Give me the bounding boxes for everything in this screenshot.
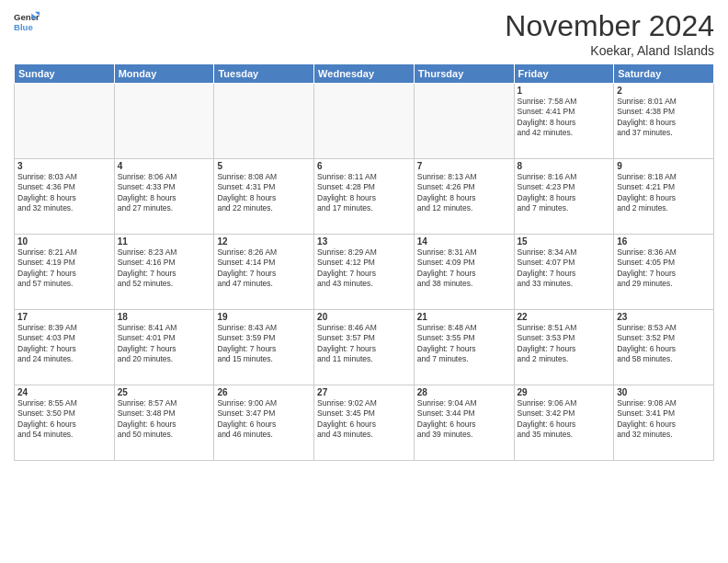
table-row: 11Sunrise: 8:23 AMSunset: 4:16 PMDayligh…: [114, 235, 214, 310]
day-number: 25: [118, 387, 211, 397]
day-info: Sunrise: 8:03 AMSunset: 4:36 PMDaylight:…: [17, 172, 111, 214]
table-row: [114, 84, 214, 159]
table-row: 25Sunrise: 8:57 AMSunset: 3:48 PMDayligh…: [114, 385, 214, 461]
table-row: 17Sunrise: 8:39 AMSunset: 4:03 PMDayligh…: [15, 310, 115, 385]
calendar: Sunday Monday Tuesday Wednesday Thursday…: [14, 63, 714, 461]
table-row: 19Sunrise: 8:43 AMSunset: 3:59 PMDayligh…: [214, 310, 314, 385]
calendar-header-row: Sunday Monday Tuesday Wednesday Thursday…: [15, 64, 714, 84]
day-number: 7: [417, 161, 511, 171]
day-info: Sunrise: 8:11 AMSunset: 4:28 PMDaylight:…: [317, 172, 411, 214]
day-number: 19: [217, 312, 311, 322]
table-row: 3Sunrise: 8:03 AMSunset: 4:36 PMDaylight…: [15, 159, 115, 235]
day-number: 24: [17, 387, 111, 397]
header: General Blue November 2024 Koekar, Aland…: [14, 9, 714, 58]
table-row: 4Sunrise: 8:06 AMSunset: 4:33 PMDaylight…: [114, 159, 214, 235]
day-number: 4: [118, 161, 211, 171]
svg-text:Blue: Blue: [14, 22, 33, 32]
day-number: 1: [518, 86, 611, 96]
table-row: 30Sunrise: 9:08 AMSunset: 3:41 PMDayligh…: [614, 385, 714, 461]
table-row: 10Sunrise: 8:21 AMSunset: 4:19 PMDayligh…: [15, 235, 115, 310]
day-number: 2: [617, 86, 711, 96]
day-info: Sunrise: 8:41 AMSunset: 4:01 PMDaylight:…: [118, 323, 211, 365]
day-number: 8: [518, 161, 611, 171]
page: General Blue November 2024 Koekar, Aland…: [0, 0, 728, 563]
day-number: 10: [17, 236, 111, 247]
day-info: Sunrise: 8:16 AMSunset: 4:23 PMDaylight:…: [518, 172, 611, 214]
day-number: 27: [317, 387, 411, 397]
day-number: 12: [217, 236, 311, 247]
table-row: 20Sunrise: 8:46 AMSunset: 3:57 PMDayligh…: [314, 310, 415, 385]
day-number: 5: [217, 161, 311, 171]
day-info: Sunrise: 8:43 AMSunset: 3:59 PMDaylight:…: [217, 323, 311, 365]
calendar-week-row: 10Sunrise: 8:21 AMSunset: 4:19 PMDayligh…: [15, 235, 714, 310]
day-number: 28: [417, 387, 511, 397]
day-number: 16: [617, 236, 711, 247]
day-info: Sunrise: 8:29 AMSunset: 4:12 PMDaylight:…: [317, 247, 411, 290]
day-info: Sunrise: 9:08 AMSunset: 3:41 PMDaylight:…: [617, 398, 711, 441]
day-number: 6: [317, 161, 411, 171]
day-info: Sunrise: 8:06 AMSunset: 4:33 PMDaylight:…: [118, 172, 211, 214]
calendar-week-row: 24Sunrise: 8:55 AMSunset: 3:50 PMDayligh…: [15, 385, 714, 461]
day-info: Sunrise: 7:58 AMSunset: 4:41 PMDaylight:…: [518, 97, 611, 139]
table-row: 6Sunrise: 8:11 AMSunset: 4:28 PMDaylight…: [314, 159, 415, 235]
day-info: Sunrise: 8:31 AMSunset: 4:09 PMDaylight:…: [417, 247, 511, 290]
day-info: Sunrise: 8:21 AMSunset: 4:19 PMDaylight:…: [17, 247, 111, 290]
table-row: 28Sunrise: 9:04 AMSunset: 3:44 PMDayligh…: [414, 385, 514, 461]
table-row: 18Sunrise: 8:41 AMSunset: 4:01 PMDayligh…: [114, 310, 214, 385]
day-number: 29: [518, 387, 611, 397]
col-saturday: Saturday: [614, 64, 714, 84]
day-info: Sunrise: 8:48 AMSunset: 3:55 PMDaylight:…: [417, 323, 511, 365]
day-number: 15: [518, 236, 611, 247]
day-number: 30: [617, 387, 711, 397]
table-row: 22Sunrise: 8:51 AMSunset: 3:53 PMDayligh…: [514, 310, 614, 385]
day-info: Sunrise: 9:06 AMSunset: 3:42 PMDaylight:…: [518, 398, 611, 441]
table-row: 23Sunrise: 8:53 AMSunset: 3:52 PMDayligh…: [614, 310, 714, 385]
day-info: Sunrise: 8:46 AMSunset: 3:57 PMDaylight:…: [317, 323, 411, 365]
day-number: 11: [118, 236, 211, 247]
table-row: 24Sunrise: 8:55 AMSunset: 3:50 PMDayligh…: [15, 385, 115, 461]
day-number: 13: [317, 236, 411, 247]
table-row: 8Sunrise: 8:16 AMSunset: 4:23 PMDaylight…: [514, 159, 614, 235]
table-row: [15, 84, 115, 159]
day-number: 17: [17, 312, 111, 322]
day-number: 20: [317, 312, 411, 322]
col-tuesday: Tuesday: [214, 64, 314, 84]
calendar-week-row: 1Sunrise: 7:58 AMSunset: 4:41 PMDaylight…: [15, 84, 714, 159]
title-block: November 2024 Koekar, Aland Islands: [505, 9, 714, 58]
table-row: 21Sunrise: 8:48 AMSunset: 3:55 PMDayligh…: [414, 310, 514, 385]
col-monday: Monday: [114, 64, 214, 84]
table-row: 16Sunrise: 8:36 AMSunset: 4:05 PMDayligh…: [614, 235, 714, 310]
day-info: Sunrise: 8:36 AMSunset: 4:05 PMDaylight:…: [617, 247, 711, 290]
table-row: 1Sunrise: 7:58 AMSunset: 4:41 PMDaylight…: [514, 84, 614, 159]
day-number: 9: [617, 161, 711, 171]
table-row: 13Sunrise: 8:29 AMSunset: 4:12 PMDayligh…: [314, 235, 415, 310]
table-row: 27Sunrise: 9:02 AMSunset: 3:45 PMDayligh…: [314, 385, 415, 461]
day-info: Sunrise: 8:51 AMSunset: 3:53 PMDaylight:…: [518, 323, 611, 365]
day-info: Sunrise: 8:08 AMSunset: 4:31 PMDaylight:…: [217, 172, 311, 214]
table-row: 12Sunrise: 8:26 AMSunset: 4:14 PMDayligh…: [214, 235, 314, 310]
day-info: Sunrise: 8:13 AMSunset: 4:26 PMDaylight:…: [417, 172, 511, 214]
day-info: Sunrise: 8:53 AMSunset: 3:52 PMDaylight:…: [617, 323, 711, 365]
col-thursday: Thursday: [414, 64, 514, 84]
day-info: Sunrise: 8:18 AMSunset: 4:21 PMDaylight:…: [617, 172, 711, 214]
col-wednesday: Wednesday: [314, 64, 415, 84]
table-row: 9Sunrise: 8:18 AMSunset: 4:21 PMDaylight…: [614, 159, 714, 235]
table-row: 2Sunrise: 8:01 AMSunset: 4:38 PMDaylight…: [614, 84, 714, 159]
day-number: 18: [118, 312, 211, 322]
table-row: 14Sunrise: 8:31 AMSunset: 4:09 PMDayligh…: [414, 235, 514, 310]
location: Koekar, Aland Islands: [505, 43, 714, 58]
day-info: Sunrise: 8:34 AMSunset: 4:07 PMDaylight:…: [518, 247, 611, 290]
day-number: 3: [17, 161, 111, 171]
logo: General Blue: [14, 9, 40, 35]
day-info: Sunrise: 8:39 AMSunset: 4:03 PMDaylight:…: [17, 323, 111, 365]
day-info: Sunrise: 9:04 AMSunset: 3:44 PMDaylight:…: [417, 398, 511, 441]
day-info: Sunrise: 8:23 AMSunset: 4:16 PMDaylight:…: [118, 247, 211, 290]
day-info: Sunrise: 8:57 AMSunset: 3:48 PMDaylight:…: [118, 398, 211, 441]
table-row: [414, 84, 514, 159]
table-row: 26Sunrise: 9:00 AMSunset: 3:47 PMDayligh…: [214, 385, 314, 461]
day-number: 26: [217, 387, 311, 397]
table-row: 5Sunrise: 8:08 AMSunset: 4:31 PMDaylight…: [214, 159, 314, 235]
month-title: November 2024: [505, 9, 714, 43]
table-row: 29Sunrise: 9:06 AMSunset: 3:42 PMDayligh…: [514, 385, 614, 461]
table-row: [314, 84, 415, 159]
